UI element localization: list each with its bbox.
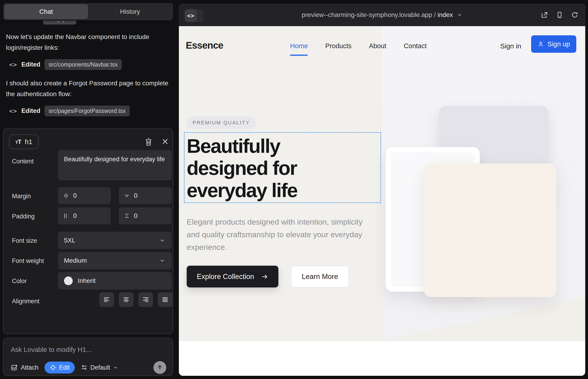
align-right-button[interactable] bbox=[138, 292, 153, 307]
content-label: Content bbox=[12, 158, 34, 165]
color-select[interactable]: Inherit bbox=[58, 272, 171, 289]
sliders-icon bbox=[81, 364, 88, 371]
edit-mode-button[interactable]: Edit bbox=[45, 362, 75, 374]
margin-label: Margin bbox=[12, 193, 31, 200]
target-icon bbox=[49, 364, 56, 371]
clipped-chip-fragment bbox=[43, 20, 76, 25]
edited-file-row[interactable]: <> Edited src/pages/ForgotPassword.tsx bbox=[9, 106, 130, 116]
alignment-button-group bbox=[99, 292, 172, 307]
element-editor-panel: TT h1 Content Beautifully designed for e… bbox=[3, 128, 173, 334]
edited-file-row[interactable]: <> Edited src/components/Navbar.tsx bbox=[9, 59, 122, 70]
align-left-button[interactable] bbox=[99, 292, 114, 307]
padding-vertical-icon bbox=[123, 212, 130, 219]
sign-in-link[interactable]: Sign in bbox=[500, 42, 521, 50]
refresh-icon[interactable] bbox=[571, 11, 578, 19]
arrow-right-icon bbox=[261, 273, 268, 280]
chat-message: I should also create a Forgot Password p… bbox=[6, 78, 170, 100]
site-viewport: Essence Home Products About Contact Sign… bbox=[179, 26, 585, 376]
site-logo[interactable]: Essence bbox=[186, 40, 223, 51]
chevron-down-icon bbox=[457, 12, 463, 18]
file-chip[interactable]: src/components/Navbar.tsx bbox=[45, 59, 122, 70]
close-editor-icon[interactable] bbox=[161, 138, 169, 145]
url-bar[interactable]: preview--charming-site-symphony.lovable.… bbox=[179, 11, 585, 19]
color-swatch bbox=[64, 276, 73, 285]
mode-select[interactable]: Default bbox=[81, 364, 118, 371]
font-weight-label: Font weight bbox=[12, 257, 44, 265]
nav-link-products[interactable]: Products bbox=[325, 42, 351, 50]
chevron-down-icon bbox=[159, 257, 166, 264]
attach-image-icon bbox=[11, 364, 18, 371]
padding-label: Padding bbox=[12, 213, 35, 220]
nav-link-contact[interactable]: Contact bbox=[404, 42, 427, 50]
hero-heading[interactable]: Beautifully designed for everyday life bbox=[187, 135, 379, 201]
nav-link-home[interactable]: Home bbox=[290, 42, 308, 50]
delete-element-button[interactable] bbox=[144, 137, 153, 146]
nav-link-about[interactable]: About bbox=[369, 42, 387, 50]
typography-icon: TT bbox=[15, 138, 21, 145]
hero-cta-row: Explore Collection Learn More bbox=[187, 266, 349, 287]
element-tag-label: h1 bbox=[25, 138, 32, 146]
lovable-sidebar: Chat History Now let's update the Navbar… bbox=[0, 0, 179, 379]
padding-horizontal-icon bbox=[62, 212, 69, 219]
chevron-down-icon bbox=[113, 365, 118, 370]
tab-history[interactable]: History bbox=[88, 4, 172, 19]
align-center-button[interactable] bbox=[119, 292, 134, 307]
attach-button[interactable]: Attach bbox=[11, 364, 39, 371]
chat-history-tabbar: Chat History bbox=[3, 3, 173, 20]
nav-links: Home Products About Contact bbox=[290, 42, 427, 50]
padding-vertical-input[interactable]: 0 bbox=[119, 207, 171, 224]
browser-actions bbox=[541, 4, 578, 26]
composer-toolbar: Attach Edit Default bbox=[11, 361, 166, 374]
chevron-down-icon bbox=[159, 237, 166, 244]
align-justify-button[interactable] bbox=[158, 292, 172, 307]
open-external-icon[interactable] bbox=[541, 11, 548, 19]
code-preview-toggle[interactable]: <> bbox=[185, 9, 203, 22]
color-label: Color bbox=[12, 278, 27, 285]
margin-horizontal-icon bbox=[62, 192, 69, 199]
margin-horizontal-input[interactable]: 0 bbox=[58, 187, 111, 204]
arrow-up-icon bbox=[156, 364, 163, 371]
margin-vertical-input[interactable]: 0 bbox=[119, 187, 171, 204]
site-navbar: Essence Home Products About Contact Sign… bbox=[179, 26, 585, 70]
padding-horizontal-input[interactable]: 0 bbox=[58, 207, 111, 224]
hero-description: Elegant products designed with intention… bbox=[187, 216, 370, 253]
browser-chrome: <> preview--charming-site-symphony.lovab… bbox=[179, 4, 585, 26]
url-domain: preview--charming-site-symphony.lovable.… bbox=[302, 11, 437, 18]
send-button[interactable] bbox=[154, 361, 166, 374]
learn-more-button[interactable]: Learn More bbox=[291, 266, 349, 287]
file-chip[interactable]: src/pages/ForgotPassword.tsx bbox=[45, 106, 130, 116]
url-page: index bbox=[438, 11, 453, 18]
sign-up-button[interactable]: Sign up bbox=[531, 35, 576, 53]
user-icon bbox=[537, 41, 544, 47]
hero-badge: PREMIUM QUALITY bbox=[186, 117, 256, 129]
alignment-label: Alignment bbox=[12, 298, 39, 305]
content-textarea[interactable]: Beautifully designed for everyday life bbox=[58, 150, 171, 180]
composer-input[interactable]: Ask Lovable to modify H1... bbox=[11, 346, 92, 354]
edited-label: Edited bbox=[21, 107, 40, 114]
code-icon: <> bbox=[9, 61, 17, 68]
mobile-view-icon[interactable] bbox=[556, 11, 563, 19]
font-size-select[interactable]: 5XL bbox=[58, 232, 171, 249]
selected-element-pill: TT h1 bbox=[9, 134, 39, 149]
edited-label: Edited bbox=[21, 61, 40, 68]
font-weight-select[interactable]: Medium bbox=[58, 252, 171, 269]
font-size-label: Font size bbox=[12, 237, 37, 244]
code-icon: <> bbox=[9, 108, 17, 114]
chat-message: Now let's update the Navbar component to… bbox=[6, 32, 170, 53]
margin-vertical-icon bbox=[123, 192, 130, 199]
decorative-card-beige bbox=[424, 164, 556, 297]
tab-chat[interactable]: Chat bbox=[4, 4, 88, 19]
preview-window: <> preview--charming-site-symphony.lovab… bbox=[179, 4, 585, 376]
chat-composer: Ask Lovable to modify H1... Attach Edit bbox=[3, 338, 173, 376]
explore-collection-button[interactable]: Explore Collection bbox=[187, 266, 279, 287]
code-icon: <> bbox=[185, 9, 197, 22]
